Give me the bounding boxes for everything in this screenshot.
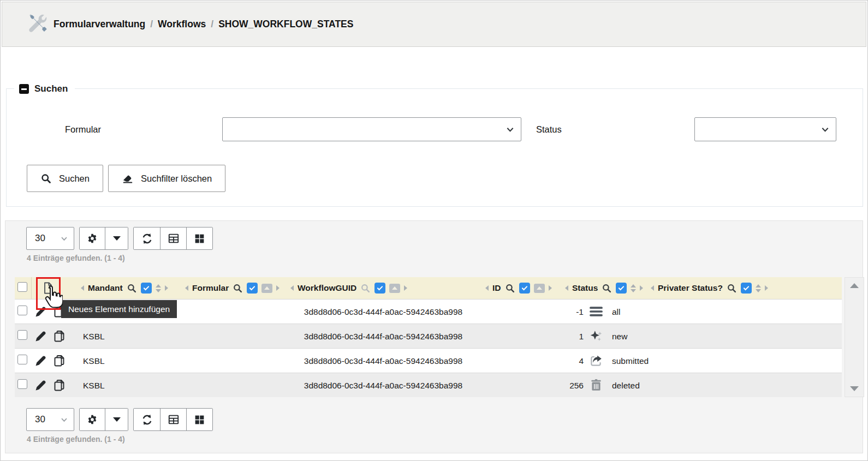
sort-asc-icon[interactable] xyxy=(389,284,400,293)
scroll-up-icon[interactable] xyxy=(850,283,859,288)
move-left-icon[interactable] xyxy=(185,285,188,291)
gear-icon xyxy=(86,414,98,426)
column-search-icon[interactable] xyxy=(602,283,612,294)
chevron-down-icon xyxy=(821,125,829,134)
sort-toggle[interactable] xyxy=(631,284,636,292)
column-header-workflowguid[interactable]: WorkflowGUID xyxy=(290,277,407,299)
column-header-privater-status[interactable]: Privater Status? xyxy=(651,277,768,299)
chevron-down-icon xyxy=(506,125,514,134)
column-header-mandant[interactable]: Mandant xyxy=(81,277,168,299)
row-checkbox[interactable] xyxy=(17,379,27,389)
table-row: KSBL 3d8d8d06-0c3d-444f-a0ac-5942463ba99… xyxy=(15,373,842,397)
cell-status: submitted xyxy=(612,349,649,373)
move-left-icon[interactable] xyxy=(290,285,294,291)
copy-icon[interactable] xyxy=(53,379,66,392)
breadcrumb-separator: / xyxy=(211,19,213,30)
column-label: Mandant xyxy=(88,283,123,293)
search-button[interactable]: Suchen xyxy=(27,165,103,192)
grid-icon xyxy=(194,414,205,426)
column-visible-checkbox[interactable] xyxy=(374,283,385,294)
row-checkbox[interactable] xyxy=(17,355,27,364)
column-visible-checkbox[interactable] xyxy=(616,283,627,294)
card-view-button[interactable] xyxy=(186,409,212,430)
copy-icon[interactable] xyxy=(53,330,66,343)
edit-icon[interactable] xyxy=(34,305,47,318)
formular-label: Formular xyxy=(65,124,222,135)
sort-toggle[interactable] xyxy=(756,284,761,292)
cell-id: -1 xyxy=(490,300,584,324)
table-view-button[interactable] xyxy=(160,409,186,430)
row-checkbox[interactable] xyxy=(17,306,27,315)
edit-icon[interactable] xyxy=(34,330,47,343)
move-right-icon[interactable] xyxy=(404,285,407,291)
cell-workflowguid: 3d8d8d06-0c3d-444f-a0ac-5942463ba998 xyxy=(290,349,476,373)
table-view-button[interactable] xyxy=(160,227,186,249)
grid-toolbar-top: 30 xyxy=(26,227,863,250)
row-checkbox[interactable] xyxy=(17,330,27,340)
move-left-icon[interactable] xyxy=(651,285,654,291)
tooltip: Neues Element hinzufügen xyxy=(61,300,177,318)
formular-select[interactable] xyxy=(222,117,521,141)
page-size-select[interactable]: 30 xyxy=(26,227,74,250)
scroll-down-icon[interactable] xyxy=(850,386,859,391)
chevron-down-icon xyxy=(61,235,68,242)
column-visible-checkbox[interactable] xyxy=(247,283,258,294)
column-visible-checkbox[interactable] xyxy=(519,283,530,294)
column-header-formular[interactable]: Formular xyxy=(185,277,280,299)
cell-mandant: KSBL xyxy=(83,349,105,373)
move-left-icon[interactable] xyxy=(81,285,84,291)
collapse-icon[interactable] xyxy=(19,84,29,94)
column-search-icon[interactable] xyxy=(127,283,137,294)
column-visible-checkbox[interactable] xyxy=(141,283,152,294)
column-header-status[interactable]: Status xyxy=(565,277,643,299)
header-divider xyxy=(31,277,32,299)
select-all-checkbox[interactable] xyxy=(17,282,27,292)
table-scrollbar[interactable] xyxy=(845,277,864,397)
settings-dropdown-button[interactable] xyxy=(105,409,128,430)
column-visible-checkbox[interactable] xyxy=(741,283,752,294)
breadcrumb-app[interactable]: Formularverwaltung xyxy=(53,19,145,30)
column-header-id[interactable]: ID xyxy=(485,277,552,299)
refresh-button[interactable] xyxy=(134,409,160,430)
settings-button[interactable] xyxy=(80,409,105,430)
search-panel: Suchen Formular Status Suchen Suchfilter… xyxy=(6,88,863,207)
results-panel: 30 4 Einträge gefunden xyxy=(5,220,863,453)
move-left-icon[interactable] xyxy=(565,285,568,291)
sort-toggle[interactable] xyxy=(156,284,161,292)
column-search-icon[interactable] xyxy=(505,283,515,294)
sort-asc-icon[interactable] xyxy=(261,284,272,293)
move-right-icon[interactable] xyxy=(765,285,768,291)
clear-filter-button[interactable]: Suchfilter löschen xyxy=(108,165,225,192)
tools-icon xyxy=(25,12,50,37)
status-select[interactable] xyxy=(694,117,836,141)
edit-icon[interactable] xyxy=(34,354,47,367)
page-size-value: 30 xyxy=(35,233,45,244)
move-left-icon[interactable] xyxy=(485,285,489,291)
table-row: KSBL 3d8d8d06-0c3d-444f-a0ac-5942463ba99… xyxy=(15,348,842,373)
page-size-select[interactable]: 30 xyxy=(26,408,74,431)
page-size-value: 30 xyxy=(35,414,45,425)
breadcrumb-section[interactable]: Workflows xyxy=(158,19,206,30)
move-right-icon[interactable] xyxy=(640,285,643,291)
status-label: Status xyxy=(536,124,694,135)
column-search-icon[interactable] xyxy=(360,283,371,294)
result-count: 4 Einträge gefunden. (1 - 4) xyxy=(27,254,863,263)
copy-icon[interactable] xyxy=(53,354,66,367)
move-right-icon[interactable] xyxy=(549,285,552,291)
column-search-icon[interactable] xyxy=(233,283,243,294)
settings-dropdown-button[interactable] xyxy=(105,227,128,249)
refresh-button[interactable] xyxy=(134,227,160,249)
card-view-button[interactable] xyxy=(186,227,212,249)
caret-down-icon xyxy=(113,417,121,422)
eraser-icon xyxy=(122,172,134,184)
column-search-icon[interactable] xyxy=(727,283,737,294)
move-right-icon[interactable] xyxy=(165,285,168,291)
move-right-icon[interactable] xyxy=(276,285,280,291)
add-new-icon[interactable] xyxy=(42,282,54,295)
cell-status: deleted xyxy=(612,373,640,398)
sort-asc-icon[interactable] xyxy=(534,284,545,293)
cell-status: all xyxy=(612,300,621,324)
edit-icon[interactable] xyxy=(34,379,47,392)
settings-button[interactable] xyxy=(80,227,105,249)
trash-icon xyxy=(589,378,603,392)
